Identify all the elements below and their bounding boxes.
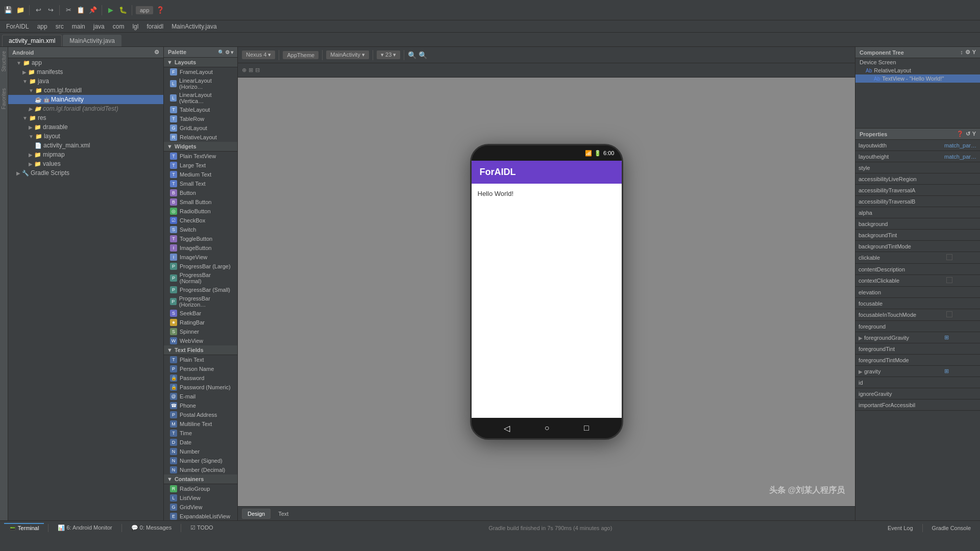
canvas-icon-1[interactable]: ⊕: [242, 67, 247, 73]
toolbar-icon-1[interactable]: 💾: [3, 5, 13, 15]
palette-item-date[interactable]: D Date: [164, 438, 237, 447]
toolbar-icon-2[interactable]: 📁: [15, 5, 26, 15]
palette-item-gridview[interactable]: G GridView: [164, 503, 237, 512]
palette-item-number-decimal[interactable]: N Number (Decimal): [164, 465, 237, 474]
palette-item-webview[interactable]: W WebView: [164, 336, 237, 345]
activity-selector[interactable]: MainActivity ▾: [326, 51, 369, 59]
palette-item-listview[interactable]: L ListView: [164, 493, 237, 503]
palette-item-seekbar[interactable]: S SeekBar: [164, 309, 237, 318]
palette-item-password-numeric[interactable]: 🔒 Password (Numeric): [164, 383, 237, 392]
palette-item-time[interactable]: T Time: [164, 429, 237, 438]
comp-tree-move-icon[interactable]: ↕: [960, 49, 963, 56]
tab-activity-xml[interactable]: activity_main.xml: [2, 35, 62, 46]
palette-item-multilinetext[interactable]: M Multiline Text: [164, 419, 237, 429]
palette-section-widgets[interactable]: ▼ Widgets: [164, 142, 237, 152]
palette-item-smallbutton[interactable]: B Small Button: [164, 197, 237, 207]
prop-value-focusable[interactable]: [942, 303, 980, 305]
tree-item-com-lgl[interactable]: ▼ 📁 com.lgl.foraidl: [8, 86, 163, 95]
toolbar-paste[interactable]: 📌: [88, 5, 98, 15]
bottom-tab-messages[interactable]: 💬 0: Messages: [126, 523, 177, 532]
palette-item-gridlayout[interactable]: G GridLayout: [164, 123, 237, 133]
palette-item-number[interactable]: N Number: [164, 447, 237, 456]
palette-item-password[interactable]: 🔒 Password: [164, 373, 237, 383]
prop-value-accessibility-live[interactable]: [942, 178, 980, 180]
prop-value-focusabletouchmode[interactable]: [942, 309, 980, 320]
bottom-tab-android-monitor[interactable]: 📊 6: Android Monitor: [53, 523, 117, 532]
tree-item-java[interactable]: ▼ 📁 java: [8, 77, 163, 86]
toolbar-copy[interactable]: 📋: [76, 5, 86, 15]
prop-checkbox-contextclickable[interactable]: [946, 277, 952, 283]
prop-value-layoutheight[interactable]: match_parent: [942, 153, 980, 161]
side-tab-structure[interactable]: Structure: [0, 49, 8, 74]
phone-recent-btn[interactable]: □: [584, 423, 589, 433]
toolbar-redo[interactable]: ↪: [45, 5, 56, 15]
palette-item-framelayout[interactable]: F FrameLayout: [164, 67, 237, 77]
prop-value-background[interactable]: [942, 223, 980, 225]
tree-item-mipmap[interactable]: ▶ 📁 mipmap: [8, 150, 163, 159]
palette-item-ratingbar[interactable]: ★ RatingBar: [164, 318, 237, 327]
prop-value-clickable[interactable]: [942, 252, 980, 263]
prop-expand-icon-foregroundgravity[interactable]: ▶: [859, 335, 863, 341]
palette-section-containers[interactable]: ▼ Containers: [164, 474, 237, 484]
palette-item-spinner[interactable]: S Spinner: [164, 327, 237, 336]
palette-options-icon[interactable]: ⚙: [225, 49, 230, 55]
toolbar-undo[interactable]: ↩: [33, 5, 43, 15]
prop-value-contextclickable[interactable]: [942, 275, 980, 286]
palette-item-tablelayout[interactable]: T TableLayout: [164, 105, 237, 114]
palette-item-progressbar-normal[interactable]: P ProgressBar (Normal): [164, 271, 237, 285]
toolbar-run[interactable]: ▶: [106, 5, 116, 15]
tree-item-layout[interactable]: ▼ 📁 layout: [8, 132, 163, 141]
palette-item-expandablelistview[interactable]: E ExpandableListView: [164, 512, 237, 520]
bottom-tab-terminal[interactable]: 📟 Terminal: [4, 523, 44, 533]
palette-section-layouts[interactable]: ▼ Layouts: [164, 58, 237, 67]
palette-item-switch[interactable]: S Switch: [164, 225, 237, 234]
prop-value-gravity[interactable]: ⊞: [942, 367, 980, 375]
tree-item-values[interactable]: ▶ 📁 values: [8, 159, 163, 168]
prop-value-foregroundgravity[interactable]: ⊞: [942, 333, 980, 342]
prop-checkbox-clickable[interactable]: [946, 254, 952, 260]
tab-mainactivity-java[interactable]: MainActivity.java: [63, 35, 121, 46]
palette-item-number-signed[interactable]: N Number (Signed): [164, 456, 237, 465]
prop-value-style[interactable]: [942, 167, 980, 169]
palette-item-email[interactable]: @ E-mail: [164, 392, 237, 401]
toolbar-help[interactable]: ❓: [155, 5, 165, 15]
theme-selector[interactable]: AppTheme: [283, 51, 318, 59]
palette-item-mediumtext[interactable]: T Medium Text: [164, 170, 237, 179]
palette-item-linearlayout-v[interactable]: L LinearLayout (Vertica…: [164, 91, 237, 105]
palette-item-progressbar-h[interactable]: P ProgressBar (Horizon…: [164, 294, 237, 309]
menu-src[interactable]: src: [52, 22, 68, 31]
menu-app[interactable]: app: [33, 22, 52, 31]
canvas-icon-2[interactable]: ⊞: [249, 67, 253, 73]
palette-collapse-icon[interactable]: ▾: [231, 49, 233, 55]
prop-value-foreground[interactable]: [942, 325, 980, 328]
palette-item-progressbar-large[interactable]: P ProgressBar (Large): [164, 262, 237, 271]
prop-value-backgroundtint[interactable]: [942, 234, 980, 236]
prop-value-accessibility-ta[interactable]: [942, 189, 980, 191]
tree-item-activity-xml[interactable]: 📄 activity_main.xml: [8, 141, 163, 150]
prop-value-contentdesc[interactable]: [942, 268, 980, 270]
tree-item-drawable[interactable]: ▶ 📁 drawable: [8, 122, 163, 132]
palette-item-linearlayout-h[interactable]: L LinearLayout (Horizo…: [164, 77, 237, 91]
palette-item-phone[interactable]: ☎ Phone: [164, 401, 237, 410]
prop-value-importantforaccessibility[interactable]: [942, 404, 980, 406]
comp-item-textview[interactable]: Ab TextView - "Hello World!": [855, 74, 980, 83]
palette-item-personname[interactable]: P Person Name: [164, 364, 237, 373]
tree-item-manifests[interactable]: ▶ 📁 manifests: [8, 67, 163, 77]
palette-item-smalltext[interactable]: T Small Text: [164, 179, 237, 188]
prop-value-alpha[interactable]: [942, 212, 980, 214]
side-tab-favorites[interactable]: Favorites: [0, 86, 8, 111]
prop-value-id[interactable]: [942, 382, 980, 384]
prop-value-elevation[interactable]: [942, 291, 980, 293]
api-selector[interactable]: ▾ 23 ▾: [377, 51, 400, 59]
prop-value-foregroundtint[interactable]: [942, 348, 980, 350]
palette-item-progressbar-small[interactable]: P ProgressBar (Small): [164, 285, 237, 294]
prop-expand-icon-gravity[interactable]: ▶: [859, 369, 863, 374]
phone-back-btn[interactable]: ◁: [504, 423, 510, 433]
tree-item-androidtest[interactable]: ▶ 📁 com.lgl.foraidl (androidTest): [8, 104, 163, 113]
menu-com[interactable]: com: [109, 22, 129, 31]
palette-item-imageview[interactable]: I ImageView: [164, 253, 237, 262]
prop-filter-icon[interactable]: Y: [972, 131, 976, 137]
palette-item-relativelayout[interactable]: R RelativeLayout: [164, 133, 237, 142]
palette-item-radiobutton[interactable]: ◎ RadioButton: [164, 207, 237, 216]
app-selector[interactable]: app: [136, 6, 153, 14]
